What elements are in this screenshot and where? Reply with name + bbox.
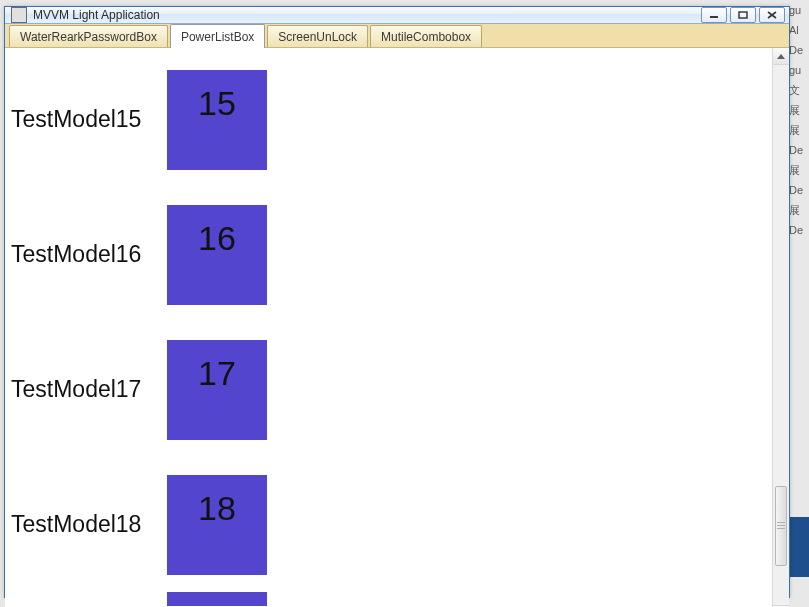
list-item-partial[interactable] [7, 592, 772, 607]
minimize-button[interactable] [701, 7, 727, 23]
tab-label: MutileCombobox [381, 30, 471, 44]
vertical-scrollbar[interactable] [772, 48, 789, 607]
list-item-tile: 18 [167, 475, 267, 575]
tab-waterreark-passwordbox[interactable]: WaterRearkPasswordBox [9, 25, 168, 47]
scroll-track[interactable] [773, 65, 789, 605]
list-item-value: 15 [198, 84, 236, 123]
tab-label: PowerListBox [181, 30, 254, 44]
tabstrip: WaterRearkPasswordBox PowerListBox Scree… [5, 24, 789, 48]
scroll-grip-icon [777, 522, 785, 530]
power-listbox[interactable]: TestModel15 15 TestModel16 16 TestModel1… [5, 48, 772, 607]
list-item[interactable]: TestModel15 15 [7, 52, 772, 187]
list-item-tile: 17 [167, 340, 267, 440]
titlebar[interactable]: MVVM Light Application [5, 7, 789, 24]
tab-screenunlock[interactable]: ScreenUnLock [267, 25, 368, 47]
chevron-up-icon [777, 54, 785, 59]
tab-powerlistbox[interactable]: PowerListBox [170, 24, 265, 48]
app-window: MVVM Light Application WaterRearkPasswor… [4, 6, 790, 598]
background-noise: gu Al De gu 文 展 展 De 展 De 展 De [789, 0, 809, 607]
tab-mutilecombobox[interactable]: MutileCombobox [370, 25, 482, 47]
list-item[interactable]: TestModel17 17 [7, 322, 772, 457]
list-item-label: TestModel17 [7, 376, 167, 403]
app-icon [11, 7, 27, 23]
tab-label: ScreenUnLock [278, 30, 357, 44]
close-icon [767, 11, 777, 19]
list-item-label: TestModel18 [7, 511, 167, 538]
minimize-icon [709, 11, 719, 19]
background-noise-block [789, 517, 809, 577]
window-title: MVVM Light Application [33, 8, 160, 22]
scroll-thumb[interactable] [775, 486, 787, 566]
list-item-tile [167, 592, 267, 606]
maximize-icon [738, 11, 748, 19]
list-item[interactable]: TestModel18 18 [7, 457, 772, 592]
list-item-label: TestModel15 [7, 106, 167, 133]
close-button[interactable] [759, 7, 785, 23]
list-item-tile: 16 [167, 205, 267, 305]
list-item-value: 17 [198, 354, 236, 393]
tab-content: TestModel15 15 TestModel16 16 TestModel1… [5, 48, 789, 607]
maximize-button[interactable] [730, 7, 756, 23]
list-item-value: 16 [198, 219, 236, 258]
list-item-value: 18 [198, 489, 236, 528]
svg-rect-1 [739, 12, 747, 18]
scroll-up-button[interactable] [773, 48, 789, 65]
tab-label: WaterRearkPasswordBox [20, 30, 157, 44]
list-item-label: TestModel16 [7, 241, 167, 268]
list-item[interactable]: TestModel16 16 [7, 187, 772, 322]
list-item-tile: 15 [167, 70, 267, 170]
